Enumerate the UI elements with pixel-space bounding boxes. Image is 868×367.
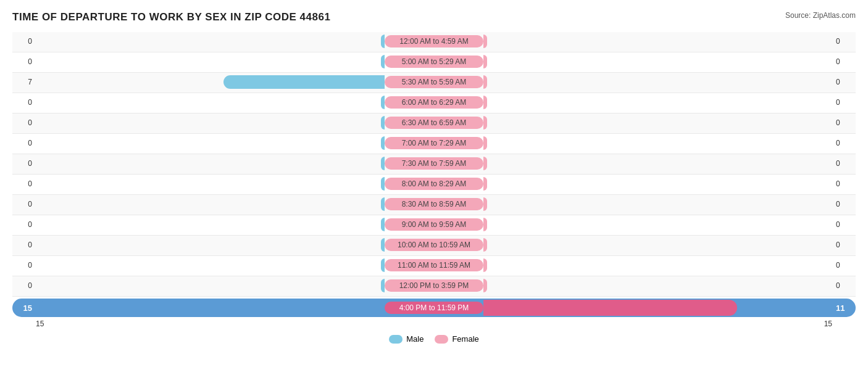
male-label: Male [406, 334, 424, 344]
row-label-13: 4:00 PM to 11:59 PM [385, 302, 483, 314]
male-bar-2 [223, 75, 385, 89]
male-val-5: 0 [12, 139, 36, 147]
bar-row-wrap-10: 0 10:00 AM to 10:59 AM 0 [12, 236, 856, 256]
female-bar-2 [483, 75, 487, 89]
row-label-11: 11:00 AM to 11:59 AM [385, 259, 483, 271]
female-val-12: 0 [832, 281, 856, 290]
row-label-9: 9:00 AM to 9:59 AM [385, 218, 483, 231]
bar-row-wrap-6: 0 7:30 AM to 7:59 AM 0 [12, 154, 856, 175]
row-label-0: 12:00 AM to 4:59 AM [385, 35, 483, 47]
row-label-3: 6:00 AM to 6:29 AM [385, 96, 483, 109]
female-val-0: 0 [832, 37, 856, 46]
row-label-2: 5:30 AM to 5:59 AM [385, 76, 483, 88]
bar-row-11: 0 11:00 AM to 11:59 AM 0 [12, 256, 856, 274]
bar-row-wrap-0: 0 12:00 AM to 4:59 AM 0 [12, 32, 856, 52]
female-bar-3 [483, 96, 487, 109]
bar-row-wrap-1: 0 5:00 AM to 5:29 AM 0 [12, 52, 856, 73]
male-val-13: 15 [12, 303, 36, 313]
male-val-10: 0 [12, 241, 36, 249]
bar-row-13: 15 4:00 PM to 11:59 PM 11 [12, 299, 856, 317]
bar-row-3: 0 6:00 AM to 6:29 AM 0 [12, 93, 856, 112]
bar-row-wrap-8: 0 8:30 AM to 8:59 AM 0 [12, 195, 856, 215]
row-label-8: 8:30 AM to 8:59 AM [385, 198, 483, 210]
male-val-8: 0 [12, 200, 36, 208]
scale-right: 15 [824, 320, 832, 328]
bar-row-4: 0 6:30 AM to 6:59 AM 0 [12, 113, 856, 132]
female-bar-1 [483, 55, 487, 68]
female-label: Female [452, 334, 478, 344]
female-bar-9 [483, 218, 487, 231]
chart-source: Source: ZipAtlas.com [785, 11, 856, 20]
row-label-12: 12:00 PM to 3:59 PM [385, 279, 483, 292]
female-bar-8 [483, 197, 487, 211]
bar-row-wrap-12: 0 12:00 PM to 3:59 PM 0 [12, 276, 856, 297]
male-val-1: 0 [12, 57, 36, 66]
female-bar-5 [483, 136, 487, 150]
female-bar-13 [483, 300, 737, 316]
female-bar-10 [483, 238, 487, 252]
female-swatch [435, 335, 448, 344]
chart-title: TIME OF DEPARTURE TO WORK BY SEX IN ZIP … [12, 11, 330, 23]
female-bar-0 [483, 35, 487, 48]
male-val-2: 7 [12, 78, 36, 86]
legend-female: Female [435, 334, 478, 344]
female-val-1: 0 [832, 57, 856, 66]
bar-row-0: 0 12:00 AM to 4:59 AM 0 [12, 32, 856, 51]
bar-row-5: 0 7:00 AM to 7:29 AM 0 [12, 134, 856, 152]
bar-row-7: 0 8:00 AM to 8:29 AM 0 [12, 175, 856, 193]
bar-row-wrap-2: 7 5:30 AM to 5:59 AM 0 [12, 73, 856, 93]
row-label-6: 7:30 AM to 7:59 AM [385, 157, 483, 170]
male-val-3: 0 [12, 98, 36, 107]
male-val-4: 0 [12, 118, 36, 127]
female-val-11: 0 [832, 261, 856, 270]
bar-row-10: 0 10:00 AM to 10:59 AM 0 [12, 236, 856, 254]
chart-header: TIME OF DEPARTURE TO WORK BY SEX IN ZIP … [12, 11, 856, 23]
bar-row-wrap-3: 0 6:00 AM to 6:29 AM 0 [12, 93, 856, 113]
bar-row-1: 0 5:00 AM to 5:29 AM 0 [12, 52, 856, 71]
female-val-8: 0 [832, 200, 856, 208]
chart-container: TIME OF DEPARTURE TO WORK BY SEX IN ZIP … [0, 0, 868, 362]
legend-male: Male [389, 334, 424, 344]
chart-legend: Male Female [12, 334, 856, 344]
bar-row-wrap-9: 0 9:00 AM to 9:59 AM 0 [12, 215, 856, 236]
bar-row-2: 7 5:30 AM to 5:59 AM 0 [12, 73, 856, 91]
bottom-scale: 15 15 [12, 320, 856, 328]
row-label-7: 8:00 AM to 8:29 AM [385, 178, 483, 190]
male-val-0: 0 [12, 37, 36, 46]
male-val-9: 0 [12, 220, 36, 229]
female-val-5: 0 [832, 139, 856, 147]
female-val-3: 0 [832, 98, 856, 107]
female-bar-12 [483, 279, 487, 292]
bar-row-12: 0 12:00 PM to 3:59 PM 0 [12, 276, 856, 295]
row-label-10: 10:00 AM to 10:59 AM [385, 239, 483, 251]
bar-row-wrap-7: 0 8:00 AM to 8:29 AM 0 [12, 175, 856, 195]
female-bar-11 [483, 258, 487, 272]
bar-row-wrap-13: 15 4:00 PM to 11:59 PM 11 [12, 299, 856, 317]
female-bar-6 [483, 157, 487, 170]
male-val-11: 0 [12, 261, 36, 270]
female-val-4: 0 [832, 118, 856, 127]
bar-row-wrap-11: 0 11:00 AM to 11:59 AM 0 [12, 256, 856, 276]
row-label-1: 5:00 AM to 5:29 AM [385, 56, 483, 68]
row-label-5: 7:00 AM to 7:29 AM [385, 137, 483, 149]
male-bar-13 [39, 300, 385, 316]
female-val-7: 0 [832, 179, 856, 188]
female-val-10: 0 [832, 241, 856, 249]
scale-left: 15 [36, 320, 44, 328]
female-val-9: 0 [832, 220, 856, 229]
male-val-7: 0 [12, 179, 36, 188]
bar-row-9: 0 9:00 AM to 9:59 AM 0 [12, 215, 856, 234]
female-bar-4 [483, 116, 487, 130]
female-val-2: 0 [832, 78, 856, 86]
female-val-13: 11 [832, 303, 856, 313]
chart-body: 0 12:00 AM to 4:59 AM 0 0 [12, 32, 856, 317]
male-swatch [389, 335, 403, 344]
female-val-6: 0 [832, 159, 856, 168]
male-val-12: 0 [12, 281, 36, 290]
female-bar-7 [483, 177, 487, 191]
bar-row-wrap-4: 0 6:30 AM to 6:59 AM 0 [12, 113, 856, 134]
bar-row-6: 0 7:30 AM to 7:59 AM 0 [12, 154, 856, 173]
bar-row-8: 0 8:30 AM to 8:59 AM 0 [12, 195, 856, 213]
bar-row-wrap-5: 0 7:00 AM to 7:29 AM 0 [12, 134, 856, 154]
row-label-4: 6:30 AM to 6:59 AM [385, 117, 483, 129]
